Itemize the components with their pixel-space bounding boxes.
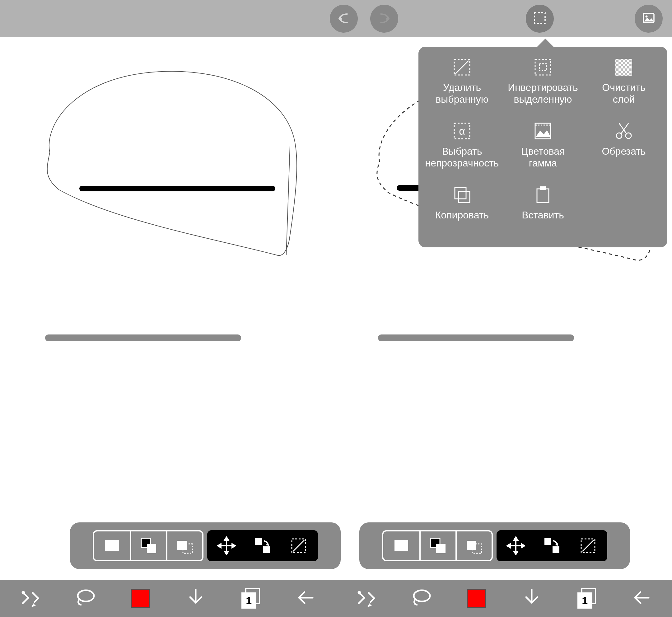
- layers-button[interactable]: 1: [227, 580, 274, 617]
- svg-point-2: [646, 16, 648, 18]
- popover-item-label: Копировать: [435, 209, 489, 221]
- deselect-button[interactable]: [281, 532, 317, 560]
- deselect-button[interactable]: [570, 532, 606, 560]
- arrow-left-icon: [295, 587, 317, 610]
- dashed-select-button[interactable]: [455, 532, 491, 560]
- rect-select-button[interactable]: [383, 532, 419, 560]
- selection-shape-group: [382, 530, 493, 561]
- popover-select-alpha[interactable]: α Выбрать непрозрачность: [422, 121, 502, 176]
- download-icon: [185, 587, 207, 610]
- paste-icon: [533, 185, 552, 204]
- popover-item-label: Удалить выбранную: [436, 82, 488, 106]
- clear-layer-icon: [614, 57, 633, 77]
- svg-rect-22: [540, 186, 546, 190]
- selection-popover: Удалить выбранную Инвертировать выделенн…: [418, 47, 667, 247]
- arrow-left-icon: [631, 587, 653, 610]
- rotate-button[interactable]: [534, 532, 570, 560]
- back-button[interactable]: [619, 580, 665, 617]
- lasso-icon: [410, 587, 432, 610]
- popover-paste[interactable]: Вставить: [502, 185, 583, 240]
- svg-rect-0: [534, 13, 545, 23]
- download-button[interactable]: [172, 580, 219, 617]
- brush-tool-button[interactable]: [7, 580, 53, 617]
- dashed-select-button[interactable]: [166, 532, 202, 560]
- popover-clear-layer[interactable]: Очистить слой: [583, 57, 664, 112]
- undo-button[interactable]: [330, 5, 358, 33]
- canvas-left[interactable]: [0, 37, 336, 580]
- popover-item-label: Вставить: [522, 209, 564, 221]
- shadow-bar: [378, 335, 574, 341]
- svg-point-55: [22, 592, 24, 594]
- svg-rect-26: [177, 541, 187, 550]
- gallery-button[interactable]: [635, 5, 663, 33]
- svg-rect-6: [535, 59, 551, 75]
- selection-floatbar: [359, 523, 630, 569]
- layers-icon: 1: [241, 588, 260, 609]
- drawing-shape: [31, 65, 302, 264]
- svg-marker-48: [507, 544, 510, 548]
- svg-rect-50: [544, 538, 551, 545]
- invert-selection-icon: [533, 57, 552, 77]
- layer-number: 1: [578, 592, 592, 609]
- popover-invert-selection[interactable]: Инвертировать выделенную: [502, 57, 583, 112]
- selection-menu-button[interactable]: [526, 5, 554, 33]
- svg-rect-11: [615, 59, 632, 75]
- svg-point-57: [78, 590, 94, 601]
- svg-point-62: [414, 590, 430, 601]
- svg-marker-61: [368, 603, 372, 607]
- popover-item-label: Обрезать: [602, 146, 646, 158]
- svg-marker-46: [514, 537, 518, 540]
- svg-text:α: α: [459, 125, 465, 137]
- crop-icon: [614, 121, 633, 141]
- lasso-tool-button[interactable]: [398, 580, 445, 617]
- bottom-half-right: 1: [336, 580, 672, 617]
- brush-icon: [355, 587, 377, 610]
- overlap-select-button[interactable]: [419, 532, 455, 560]
- svg-line-17: [621, 123, 629, 134]
- svg-line-38: [293, 540, 304, 551]
- delete-selection-icon: [452, 57, 472, 77]
- svg-rect-7: [539, 64, 546, 71]
- rotate-button[interactable]: [245, 532, 281, 560]
- overlap-select-button[interactable]: [130, 532, 166, 560]
- svg-rect-41: [436, 544, 446, 553]
- color-range-icon: [533, 121, 552, 141]
- popover-item-label: Очистить слой: [602, 82, 645, 106]
- transform-group: [496, 530, 607, 561]
- back-button[interactable]: [282, 580, 329, 617]
- svg-marker-31: [225, 551, 228, 555]
- layer-number: 1: [241, 592, 256, 609]
- top-toolbar: [0, 0, 672, 37]
- brush-icon: [19, 587, 41, 610]
- move-button[interactable]: [208, 532, 245, 560]
- move-button[interactable]: [498, 532, 534, 560]
- popover-item-label: Цветовая гамма: [521, 146, 565, 169]
- svg-marker-30: [225, 537, 228, 540]
- color-button[interactable]: [117, 580, 164, 617]
- svg-rect-19: [455, 188, 466, 199]
- svg-line-5: [455, 61, 469, 74]
- popover-copy[interactable]: Копировать: [422, 185, 502, 240]
- svg-rect-23: [105, 540, 119, 551]
- redo-button[interactable]: [370, 5, 398, 33]
- rect-select-button[interactable]: [94, 532, 130, 560]
- popover-color-range[interactable]: Цветовая гамма: [502, 121, 583, 176]
- svg-marker-49: [521, 544, 524, 548]
- svg-rect-20: [459, 191, 470, 203]
- color-button[interactable]: [453, 580, 500, 617]
- brush-tool-button[interactable]: [343, 580, 390, 617]
- redo-icon: [377, 11, 391, 26]
- popover-crop[interactable]: Обрезать: [583, 121, 664, 176]
- selection-floatbar: [70, 523, 341, 569]
- svg-marker-56: [31, 603, 36, 607]
- popover-delete-selection[interactable]: Удалить выбранную: [422, 57, 502, 112]
- color-swatch: [467, 589, 486, 608]
- copy-icon: [452, 185, 472, 204]
- download-button[interactable]: [508, 580, 555, 617]
- layers-icon: 1: [578, 588, 596, 609]
- lasso-tool-button[interactable]: [62, 580, 108, 617]
- layers-button[interactable]: 1: [564, 580, 610, 617]
- svg-line-18: [619, 123, 627, 134]
- svg-marker-47: [514, 551, 518, 555]
- undo-icon: [337, 11, 351, 26]
